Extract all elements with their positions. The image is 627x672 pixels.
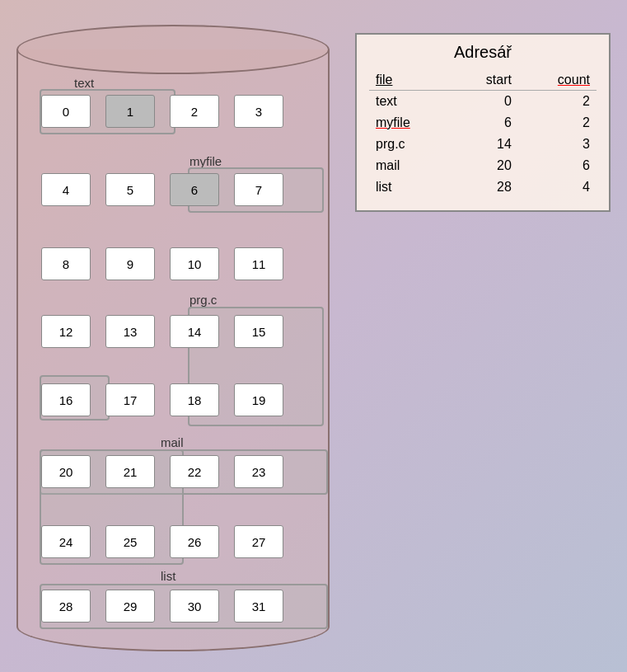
group-label-mail: mail <box>161 435 184 449</box>
cell-27: 27 <box>234 525 283 558</box>
cell-file: myfile <box>369 112 452 134</box>
cell-row-4: 16 17 18 19 <box>41 383 283 416</box>
cell-29: 29 <box>105 590 155 623</box>
cell-row-0: 0 1 2 3 <box>41 95 283 128</box>
cell-17: 17 <box>105 383 155 416</box>
col-header-count: count <box>518 70 597 91</box>
address-table: Adresář file start count text02myfile62p… <box>355 33 611 212</box>
cell-13: 13 <box>105 315 155 348</box>
cell-count: 6 <box>518 155 597 176</box>
cell-start: 20 <box>452 155 518 176</box>
cylinder-top <box>16 25 330 74</box>
cell-9: 9 <box>105 247 155 280</box>
cell-row-2: 8 9 10 11 <box>41 247 283 280</box>
cell-21: 21 <box>105 455 155 488</box>
cell-28: 28 <box>41 590 91 623</box>
data-table: file start count text02myfile62prg.c143m… <box>369 70 597 198</box>
cell-file: list <box>369 176 452 198</box>
cell-19: 19 <box>234 383 283 416</box>
cell-row-3: 12 13 14 15 <box>41 315 283 348</box>
cell-16: 16 <box>41 383 91 416</box>
cell-0: 0 <box>41 95 91 128</box>
cell-5: 5 <box>105 173 155 206</box>
cell-24: 24 <box>41 525 91 558</box>
cell-26: 26 <box>170 525 219 558</box>
group-label-list: list <box>161 569 175 583</box>
cell-18: 18 <box>170 383 219 416</box>
cell-31: 31 <box>234 590 283 623</box>
cell-file: prg.c <box>369 134 452 155</box>
cell-start: 0 <box>452 91 518 113</box>
cell-count: 2 <box>518 91 597 113</box>
cell-start: 28 <box>452 176 518 198</box>
cell-2: 2 <box>170 95 219 128</box>
group-label-prgc: prg.c <box>190 293 217 307</box>
cell-6: 6 <box>170 173 219 206</box>
table-title: Adresář <box>369 43 597 62</box>
cell-25: 25 <box>105 525 155 558</box>
cell-30: 30 <box>170 590 219 623</box>
cell-file: mail <box>369 155 452 176</box>
cell-22: 22 <box>170 455 219 488</box>
cell-1: 1 <box>105 95 155 128</box>
cell-10: 10 <box>170 247 219 280</box>
group-label-myfile: myfile <box>190 154 222 168</box>
cell-23: 23 <box>234 455 283 488</box>
cell-row-1: 4 5 6 7 <box>41 173 283 206</box>
cylinder: text 0 1 2 3 myfile 4 5 6 7 8 9 10 11 pr… <box>16 25 330 664</box>
table-row: prg.c143 <box>369 134 597 155</box>
cell-file: text <box>369 91 452 113</box>
table-row: list284 <box>369 176 597 198</box>
cell-count: 3 <box>518 134 597 155</box>
col-header-file: file <box>369 70 452 91</box>
cell-12: 12 <box>41 315 91 348</box>
cell-20: 20 <box>41 455 91 488</box>
cell-11: 11 <box>234 247 283 280</box>
cell-start: 14 <box>452 134 518 155</box>
cell-3: 3 <box>234 95 283 128</box>
cell-row-7: 28 29 30 31 <box>41 590 283 623</box>
col-header-start: start <box>452 70 518 91</box>
cell-14: 14 <box>170 315 219 348</box>
cell-row-5: 20 21 22 23 <box>41 455 283 488</box>
cell-count: 2 <box>518 112 597 134</box>
cell-7: 7 <box>234 173 283 206</box>
cell-count: 4 <box>518 176 597 198</box>
table-row: mail206 <box>369 155 597 176</box>
cell-15: 15 <box>234 315 283 348</box>
cell-start: 6 <box>452 112 518 134</box>
cell-4: 4 <box>41 173 91 206</box>
table-row: myfile62 <box>369 112 597 134</box>
group-label-text: text <box>74 76 94 90</box>
table-row: text02 <box>369 91 597 113</box>
cell-8: 8 <box>41 247 91 280</box>
cell-row-6: 24 25 26 27 <box>41 525 283 558</box>
